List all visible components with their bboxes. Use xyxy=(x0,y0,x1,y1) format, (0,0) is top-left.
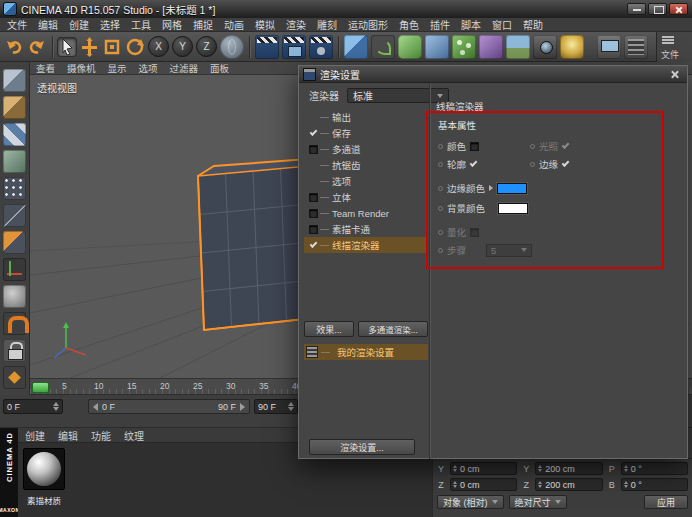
render-picture-viewer-icon[interactable] xyxy=(282,35,306,59)
menu-edit[interactable]: 编辑 xyxy=(38,17,58,32)
value-stepper[interactable] xyxy=(624,481,628,488)
edge-color-swatch[interactable] xyxy=(497,183,527,194)
menu-help[interactable]: 帮助 xyxy=(523,17,543,32)
material-thumbnail[interactable] xyxy=(23,448,65,490)
render-item-line-renderer[interactable]: 线描渲染器 xyxy=(304,237,426,253)
dock-menu-file[interactable]: 文件 xyxy=(661,50,679,60)
position-z-field[interactable]: 0 cm xyxy=(450,478,517,491)
undo-icon[interactable] xyxy=(4,37,24,57)
points-mode-icon[interactable] xyxy=(3,177,26,200)
vmenu-view[interactable]: 查看 xyxy=(36,62,55,75)
render-settings-icon[interactable] xyxy=(309,35,333,59)
render-item-sketch-toon[interactable]: 素描卡通 xyxy=(304,221,426,237)
menu-window[interactable]: 窗口 xyxy=(492,17,512,32)
environment-icon[interactable] xyxy=(506,35,530,59)
menu-snap[interactable]: 捕捉 xyxy=(193,17,213,32)
generator-icon[interactable] xyxy=(398,35,422,59)
effects-button[interactable]: 效果... xyxy=(304,321,354,337)
menu-animate[interactable]: 动画 xyxy=(224,17,244,32)
coordinate-system-icon[interactable] xyxy=(220,35,244,59)
dialog-title-bar[interactable]: 渲染设置 xyxy=(299,66,687,83)
checkbox-icon[interactable] xyxy=(309,145,318,154)
size-mode-select[interactable]: 绝对尺寸 xyxy=(509,495,567,509)
menu-mesh[interactable]: 网格 xyxy=(162,17,182,32)
menu-create[interactable]: 创建 xyxy=(69,17,89,32)
render-item-team-render[interactable]: Team Render xyxy=(304,205,426,221)
render-item-options[interactable]: 选项 xyxy=(304,173,426,189)
model-mode-icon[interactable] xyxy=(3,96,26,119)
checkbox-icon[interactable] xyxy=(309,209,318,218)
menu-tools[interactable]: 工具 xyxy=(131,17,151,32)
color-checkbox[interactable] xyxy=(470,142,479,151)
menu-simulate[interactable]: 模拟 xyxy=(255,17,275,32)
frame-stepper[interactable] xyxy=(53,402,59,411)
texture-mode-icon[interactable] xyxy=(3,123,26,146)
frame-stepper[interactable] xyxy=(288,402,294,411)
value-stepper[interactable] xyxy=(538,481,542,488)
rotation-p-field[interactable]: 0 ° xyxy=(621,462,688,475)
size-z-field[interactable]: 200 cm xyxy=(535,478,602,491)
panel-menu-icon[interactable] xyxy=(662,36,674,44)
spline-pen-icon[interactable] xyxy=(371,35,395,59)
menu-select[interactable]: 选择 xyxy=(100,17,120,32)
render-settings-button[interactable]: 渲染设置... xyxy=(309,439,415,455)
edges-mode-icon[interactable] xyxy=(3,204,26,227)
menu-character[interactable]: 角色 xyxy=(399,17,419,32)
vmenu-panel[interactable]: 面板 xyxy=(210,62,229,75)
range-right-arrow[interactable] xyxy=(240,403,245,411)
dialog-close-icon[interactable] xyxy=(668,68,682,80)
rotate-tool-icon[interactable] xyxy=(125,37,145,57)
value-stepper[interactable] xyxy=(453,465,457,472)
render-item-antialiasing[interactable]: 抗锯齿 xyxy=(304,157,426,173)
move-tool-icon[interactable] xyxy=(79,37,99,57)
lock-icon[interactable] xyxy=(3,339,26,362)
workplane-mode-icon[interactable] xyxy=(3,150,26,173)
snap-icon[interactable] xyxy=(3,312,26,335)
make-editable-icon[interactable] xyxy=(3,69,26,92)
simulation-icon[interactable] xyxy=(452,35,476,59)
modifier-icon[interactable] xyxy=(425,35,449,59)
vmenu-cameras[interactable]: 摄像机 xyxy=(67,62,96,75)
render-item-save[interactable]: 保存 xyxy=(304,125,426,141)
viewport-solo-icon[interactable] xyxy=(3,285,26,308)
close-button[interactable] xyxy=(669,3,688,15)
add-cube-icon[interactable] xyxy=(344,35,368,59)
size-y-field[interactable]: 200 cm xyxy=(535,462,602,475)
menu-render[interactable]: 渲染 xyxy=(286,17,306,32)
expander-icon[interactable] xyxy=(489,185,493,191)
background-color-swatch[interactable] xyxy=(498,203,528,214)
menu-script[interactable]: 脚本 xyxy=(461,17,481,32)
axis-x-button[interactable]: X xyxy=(148,36,169,57)
maximize-button[interactable] xyxy=(648,3,667,15)
vmenu-options[interactable]: 选项 xyxy=(139,62,158,75)
matmenu-function[interactable]: 功能 xyxy=(91,428,111,443)
preview-range-slider[interactable]: 0 F 90 F xyxy=(88,399,250,414)
keyframe-selection-icon[interactable] xyxy=(3,366,26,389)
coordinate-mode-select[interactable]: 对象 (相对) xyxy=(437,495,504,509)
render-item-output[interactable]: 输出 xyxy=(304,109,426,125)
render-item-stereoscopic[interactable]: 立体 xyxy=(304,189,426,205)
end-frame-field[interactable]: 90 F xyxy=(254,399,298,414)
vmenu-filter[interactable]: 过滤器 xyxy=(170,62,199,75)
vmenu-display[interactable]: 显示 xyxy=(108,62,127,75)
matmenu-edit[interactable]: 编辑 xyxy=(58,428,78,443)
polygons-mode-icon[interactable] xyxy=(3,231,26,254)
matmenu-create[interactable]: 创建 xyxy=(25,428,45,443)
camera-icon[interactable] xyxy=(533,35,557,59)
display-mode-icon[interactable] xyxy=(597,35,621,59)
timeline-range-marker[interactable] xyxy=(32,382,49,393)
render-item-multipass[interactable]: 多通道 xyxy=(304,141,426,157)
matmenu-texture[interactable]: 纹理 xyxy=(124,428,144,443)
scale-tool-icon[interactable] xyxy=(102,37,122,57)
axis-z-button[interactable]: Z xyxy=(196,36,217,57)
apply-button[interactable]: 应用 xyxy=(644,495,688,509)
title-bar[interactable]: CINEMA 4D R15.057 Studio - [未标题 1 *] xyxy=(0,0,692,18)
render-view-icon[interactable] xyxy=(255,35,279,59)
range-left-arrow[interactable] xyxy=(93,403,98,411)
enable-axis-icon[interactable] xyxy=(3,258,26,281)
menu-mograph[interactable]: 运动图形 xyxy=(348,17,388,32)
menu-file[interactable]: 文件 xyxy=(7,17,27,32)
value-stepper[interactable] xyxy=(538,465,542,472)
content-browser-icon[interactable] xyxy=(624,35,648,59)
value-stepper[interactable] xyxy=(453,481,457,488)
